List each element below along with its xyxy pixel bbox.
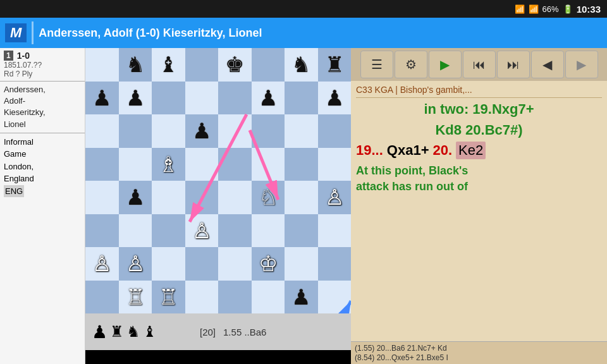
square-b8[interactable]: ♞ <box>119 48 152 82</box>
piece-P-60: ♙ <box>92 253 111 274</box>
square-c4[interactable] <box>152 181 185 214</box>
square-f6[interactable] <box>252 114 285 148</box>
square-e2[interactable] <box>218 247 252 281</box>
prev-button[interactable]: ◀ <box>531 51 564 78</box>
square-b6[interactable] <box>119 114 152 148</box>
piece-R-71: ♖ <box>126 286 145 308</box>
piece-P-61: ♙ <box>126 253 145 274</box>
square-a7[interactable]: ♟ <box>85 82 119 115</box>
square-e5[interactable] <box>218 148 252 181</box>
square-f3[interactable] <box>252 214 285 248</box>
square-h4[interactable]: ♙ <box>318 181 352 214</box>
square-d3[interactable]: ♙ <box>185 214 219 248</box>
square-b7[interactable]: ♟ <box>119 82 152 115</box>
piece-r-07: ♜ <box>325 54 344 75</box>
square-h7[interactable]: ♟ <box>318 82 352 115</box>
piece-P-47: ♙ <box>325 186 344 208</box>
square-a1[interactable] <box>85 281 119 314</box>
square-d2[interactable] <box>185 247 219 281</box>
move-line: 19... Qxa1+ 20. Ke2 <box>356 142 602 159</box>
settings-button[interactable]: ⚙ <box>395 51 427 78</box>
square-b4[interactable]: ♟ <box>119 181 152 214</box>
square-e3[interactable] <box>218 214 252 248</box>
square-b3[interactable] <box>119 214 152 248</box>
square-a6[interactable] <box>85 114 119 148</box>
square-e4[interactable] <box>218 181 252 214</box>
square-g4[interactable] <box>285 181 318 214</box>
square-c2[interactable] <box>152 247 185 281</box>
last-button[interactable]: ⏭ <box>497 51 530 78</box>
square-g1[interactable]: ♟ <box>285 281 318 314</box>
square-h6[interactable] <box>318 114 352 148</box>
piece-k-04: ♚ <box>225 54 244 75</box>
square-f2[interactable]: ♔ <box>252 247 285 281</box>
square-a8[interactable] <box>85 48 119 82</box>
game-number: 1 <box>4 51 13 61</box>
square-c1[interactable]: ♖ <box>152 281 185 314</box>
app-letter: M <box>5 23 27 42</box>
square-d7[interactable] <box>185 82 219 115</box>
menu-button[interactable]: ☰ <box>360 51 393 78</box>
square-d4[interactable] <box>185 181 219 214</box>
status-bar: 📶 📶 66% 🔋 10:33 <box>0 0 607 18</box>
country-code: ENG <box>4 185 24 198</box>
square-g3[interactable] <box>285 214 318 248</box>
square-h3[interactable] <box>318 214 352 248</box>
square-g5[interactable] <box>285 148 318 181</box>
square-e7[interactable] <box>218 82 252 115</box>
white-player: Anderssen,Adolf-Kieseritzky,Lionel <box>4 84 81 130</box>
square-a5[interactable] <box>85 148 119 181</box>
square-d5[interactable] <box>185 148 219 181</box>
piece-4: ♝ <box>143 323 157 341</box>
square-d8[interactable] <box>185 48 219 82</box>
event-location: London,England <box>4 161 81 185</box>
square-e6[interactable] <box>218 114 252 148</box>
square-f5[interactable] <box>252 148 285 181</box>
square-g6[interactable] <box>285 114 318 148</box>
square-f4[interactable]: ♘ <box>252 181 285 214</box>
piece-p-76: ♟ <box>291 286 310 308</box>
square-c7[interactable] <box>152 82 185 115</box>
square-h8[interactable]: ♜ <box>318 48 352 82</box>
first-button[interactable]: ⏮ <box>463 51 496 78</box>
toolbar: ☰ ⚙ ▶ ⏮ ⏭ ◀ ▶ <box>351 48 607 81</box>
square-a4[interactable] <box>85 181 119 214</box>
main-content: 1 1-0 1851.07.?? Rd ? Ply Anderssen,Adol… <box>0 48 607 364</box>
square-c8[interactable]: ♝ <box>152 48 185 82</box>
square-a3[interactable] <box>85 214 119 248</box>
square-b1[interactable]: ♖ <box>119 281 152 314</box>
play-button[interactable]: ▶ <box>429 51 462 78</box>
square-h5[interactable] <box>318 148 352 181</box>
square-f1[interactable] <box>252 281 285 314</box>
square-e8[interactable]: ♚ <box>218 48 252 82</box>
square-h1[interactable] <box>318 281 352 314</box>
mate-line-1: in two: 19.Nxg7+ <box>356 100 602 119</box>
next-button[interactable]: ▶ <box>565 51 598 78</box>
square-d6[interactable]: ♟ <box>185 114 219 148</box>
square-f8[interactable] <box>252 48 285 82</box>
square-a2[interactable]: ♙ <box>85 247 119 281</box>
square-c3[interactable] <box>152 214 185 248</box>
square-b2[interactable]: ♙ <box>119 247 152 281</box>
analysis-line-2: (8.54) 20...Qxe5+ 21.Bxe5 I <box>355 353 603 362</box>
piece-p-11: ♟ <box>126 87 145 109</box>
square-h2[interactable] <box>318 247 352 281</box>
battery-label: 66% <box>543 4 559 14</box>
square-c6[interactable] <box>152 114 185 148</box>
square-g2[interactable] <box>285 247 318 281</box>
square-c5[interactable]: ♗ <box>152 148 185 181</box>
square-d1[interactable] <box>185 281 219 314</box>
move-number-label: [20] <box>200 327 216 337</box>
wifi-icon: 📶 <box>515 4 525 14</box>
square-g7[interactable] <box>285 82 318 115</box>
square-e1[interactable] <box>218 281 252 314</box>
move-text-label: 1.55 ..Ba6 <box>223 327 266 337</box>
move-red: 19... <box>356 142 383 159</box>
square-f7[interactable]: ♟ <box>252 82 285 115</box>
bottom-analysis: (1.55) 20...Ba6 21.Nc7+ Kd (8.54) 20...Q… <box>351 341 607 364</box>
game-title: Anderssen, Adolf (1-0) Kieseritzky, Lion… <box>39 27 602 40</box>
square-b5[interactable] <box>119 148 152 181</box>
commentary: At this point, Black'sattack has run out… <box>356 163 602 195</box>
move-20: 20. <box>432 142 452 159</box>
square-g8[interactable]: ♞ <box>285 48 318 82</box>
